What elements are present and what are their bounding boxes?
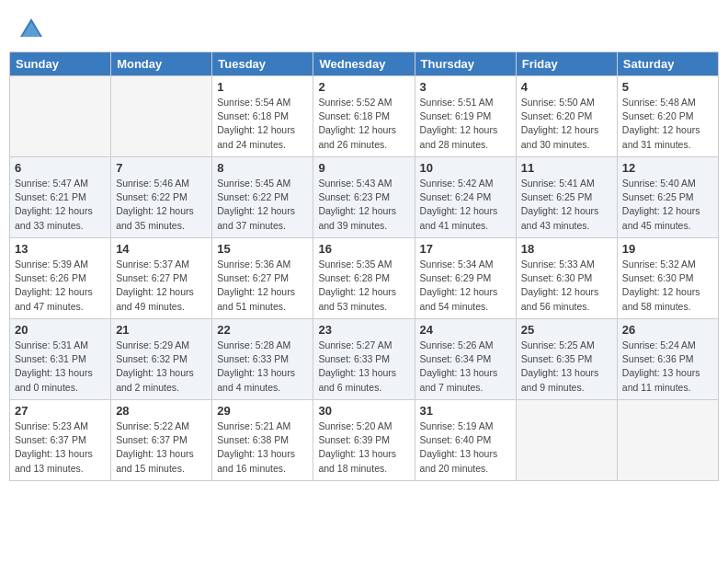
calendar-cell: 7Sunrise: 5:46 AM Sunset: 6:22 PM Daylig… <box>111 157 212 238</box>
week-row-5: 27Sunrise: 5:23 AM Sunset: 6:37 PM Dayli… <box>10 400 719 481</box>
calendar-cell: 5Sunrise: 5:48 AM Sunset: 6:20 PM Daylig… <box>617 76 718 157</box>
calendar-cell: 6Sunrise: 5:47 AM Sunset: 6:21 PM Daylig… <box>10 157 111 238</box>
calendar-cell: 23Sunrise: 5:27 AM Sunset: 6:33 PM Dayli… <box>313 319 415 400</box>
day-info: Sunrise: 5:47 AM Sunset: 6:21 PM Dayligh… <box>15 177 106 233</box>
calendar-cell: 26Sunrise: 5:24 AM Sunset: 6:36 PM Dayli… <box>617 319 718 400</box>
day-info: Sunrise: 5:19 AM Sunset: 6:40 PM Dayligh… <box>420 419 511 476</box>
day-info: Sunrise: 5:50 AM Sunset: 6:20 PM Dayligh… <box>521 96 612 152</box>
page-header <box>9 9 719 46</box>
day-number: 15 <box>217 242 308 256</box>
day-info: Sunrise: 5:48 AM Sunset: 6:20 PM Dayligh… <box>622 96 713 152</box>
day-number: 31 <box>420 404 511 418</box>
day-number: 16 <box>318 242 409 256</box>
day-number: 4 <box>521 80 612 94</box>
day-number: 14 <box>116 242 207 256</box>
calendar-cell: 28Sunrise: 5:22 AM Sunset: 6:37 PM Dayli… <box>111 400 212 481</box>
day-number: 5 <box>622 80 713 94</box>
week-row-2: 6Sunrise: 5:47 AM Sunset: 6:21 PM Daylig… <box>10 157 719 238</box>
calendar-cell: 18Sunrise: 5:33 AM Sunset: 6:30 PM Dayli… <box>516 238 617 319</box>
day-number: 3 <box>420 80 511 94</box>
day-info: Sunrise: 5:36 AM Sunset: 6:27 PM Dayligh… <box>217 258 308 314</box>
day-number: 21 <box>116 323 207 337</box>
day-number: 9 <box>318 161 409 175</box>
day-info: Sunrise: 5:45 AM Sunset: 6:22 PM Dayligh… <box>217 177 308 233</box>
calendar-cell: 10Sunrise: 5:42 AM Sunset: 6:24 PM Dayli… <box>415 157 516 238</box>
calendar-cell: 1Sunrise: 5:54 AM Sunset: 6:18 PM Daylig… <box>212 76 313 157</box>
calendar-cell: 31Sunrise: 5:19 AM Sunset: 6:40 PM Dayli… <box>415 400 516 481</box>
day-number: 28 <box>116 404 207 418</box>
weekday-header-friday: Friday <box>516 52 617 76</box>
calendar-cell: 29Sunrise: 5:21 AM Sunset: 6:38 PM Dayli… <box>212 400 313 481</box>
calendar-cell: 20Sunrise: 5:31 AM Sunset: 6:31 PM Dayli… <box>10 319 111 400</box>
calendar-cell <box>111 76 212 157</box>
calendar-cell <box>617 400 718 481</box>
calendar-cell: 14Sunrise: 5:37 AM Sunset: 6:27 PM Dayli… <box>111 238 212 319</box>
day-info: Sunrise: 5:26 AM Sunset: 6:34 PM Dayligh… <box>420 339 511 395</box>
day-info: Sunrise: 5:31 AM Sunset: 6:31 PM Dayligh… <box>15 339 106 395</box>
day-info: Sunrise: 5:46 AM Sunset: 6:22 PM Dayligh… <box>116 177 207 233</box>
day-info: Sunrise: 5:29 AM Sunset: 6:32 PM Dayligh… <box>116 339 207 395</box>
weekday-header-row: SundayMondayTuesdayWednesdayThursdayFrid… <box>10 52 719 76</box>
day-info: Sunrise: 5:34 AM Sunset: 6:29 PM Dayligh… <box>420 258 511 314</box>
calendar-cell: 17Sunrise: 5:34 AM Sunset: 6:29 PM Dayli… <box>415 238 516 319</box>
day-number: 22 <box>217 323 308 337</box>
day-number: 29 <box>217 404 308 418</box>
day-number: 26 <box>622 323 713 337</box>
day-info: Sunrise: 5:25 AM Sunset: 6:35 PM Dayligh… <box>521 339 612 395</box>
day-info: Sunrise: 5:43 AM Sunset: 6:23 PM Dayligh… <box>318 177 409 233</box>
day-number: 25 <box>521 323 612 337</box>
weekday-header-thursday: Thursday <box>415 52 516 76</box>
calendar-cell: 13Sunrise: 5:39 AM Sunset: 6:26 PM Dayli… <box>10 238 111 319</box>
weekday-header-wednesday: Wednesday <box>313 52 415 76</box>
day-info: Sunrise: 5:42 AM Sunset: 6:24 PM Dayligh… <box>420 177 511 233</box>
weekday-header-saturday: Saturday <box>617 52 718 76</box>
day-info: Sunrise: 5:32 AM Sunset: 6:30 PM Dayligh… <box>622 258 713 314</box>
day-info: Sunrise: 5:37 AM Sunset: 6:27 PM Dayligh… <box>116 258 207 314</box>
calendar-cell: 21Sunrise: 5:29 AM Sunset: 6:32 PM Dayli… <box>111 319 212 400</box>
calendar-cell: 11Sunrise: 5:41 AM Sunset: 6:25 PM Dayli… <box>516 157 617 238</box>
week-row-4: 20Sunrise: 5:31 AM Sunset: 6:31 PM Dayli… <box>10 319 719 400</box>
calendar-cell: 19Sunrise: 5:32 AM Sunset: 6:30 PM Dayli… <box>617 238 718 319</box>
day-number: 2 <box>318 80 409 94</box>
day-number: 17 <box>420 242 511 256</box>
day-number: 12 <box>622 161 713 175</box>
day-info: Sunrise: 5:39 AM Sunset: 6:26 PM Dayligh… <box>15 258 106 314</box>
day-info: Sunrise: 5:23 AM Sunset: 6:37 PM Dayligh… <box>15 419 106 476</box>
day-number: 7 <box>116 161 207 175</box>
day-info: Sunrise: 5:27 AM Sunset: 6:33 PM Dayligh… <box>318 339 409 395</box>
day-info: Sunrise: 5:54 AM Sunset: 6:18 PM Dayligh… <box>217 96 308 152</box>
day-info: Sunrise: 5:22 AM Sunset: 6:37 PM Dayligh… <box>116 419 207 476</box>
calendar-cell: 24Sunrise: 5:26 AM Sunset: 6:34 PM Dayli… <box>415 319 516 400</box>
calendar-cell: 15Sunrise: 5:36 AM Sunset: 6:27 PM Dayli… <box>212 238 313 319</box>
logo-icon <box>18 17 44 42</box>
day-number: 6 <box>15 161 106 175</box>
day-number: 10 <box>420 161 511 175</box>
day-info: Sunrise: 5:41 AM Sunset: 6:25 PM Dayligh… <box>521 177 612 233</box>
day-info: Sunrise: 5:40 AM Sunset: 6:25 PM Dayligh… <box>622 177 713 233</box>
day-number: 20 <box>15 323 106 337</box>
calendar-cell: 30Sunrise: 5:20 AM Sunset: 6:39 PM Dayli… <box>313 400 415 481</box>
day-info: Sunrise: 5:35 AM Sunset: 6:28 PM Dayligh… <box>318 258 409 314</box>
calendar-cell: 27Sunrise: 5:23 AM Sunset: 6:37 PM Dayli… <box>10 400 111 481</box>
week-row-3: 13Sunrise: 5:39 AM Sunset: 6:26 PM Dayli… <box>10 238 719 319</box>
day-number: 11 <box>521 161 612 175</box>
day-number: 1 <box>217 80 308 94</box>
day-number: 19 <box>622 242 713 256</box>
week-row-1: 1Sunrise: 5:54 AM Sunset: 6:18 PM Daylig… <box>10 76 719 157</box>
weekday-header-tuesday: Tuesday <box>212 52 313 76</box>
calendar-cell: 8Sunrise: 5:45 AM Sunset: 6:22 PM Daylig… <box>212 157 313 238</box>
day-info: Sunrise: 5:24 AM Sunset: 6:36 PM Dayligh… <box>622 339 713 395</box>
calendar-cell: 9Sunrise: 5:43 AM Sunset: 6:23 PM Daylig… <box>313 157 415 238</box>
day-info: Sunrise: 5:52 AM Sunset: 6:18 PM Dayligh… <box>318 96 409 152</box>
day-info: Sunrise: 5:51 AM Sunset: 6:19 PM Dayligh… <box>420 96 511 152</box>
day-number: 24 <box>420 323 511 337</box>
day-info: Sunrise: 5:21 AM Sunset: 6:38 PM Dayligh… <box>217 419 308 476</box>
calendar-cell: 2Sunrise: 5:52 AM Sunset: 6:18 PM Daylig… <box>313 76 415 157</box>
day-number: 27 <box>15 404 106 418</box>
calendar-cell <box>10 76 111 157</box>
calendar-cell <box>516 400 617 481</box>
weekday-header-sunday: Sunday <box>10 52 111 76</box>
calendar-cell: 3Sunrise: 5:51 AM Sunset: 6:19 PM Daylig… <box>415 76 516 157</box>
day-number: 30 <box>318 404 409 418</box>
day-info: Sunrise: 5:33 AM Sunset: 6:30 PM Dayligh… <box>521 258 612 314</box>
